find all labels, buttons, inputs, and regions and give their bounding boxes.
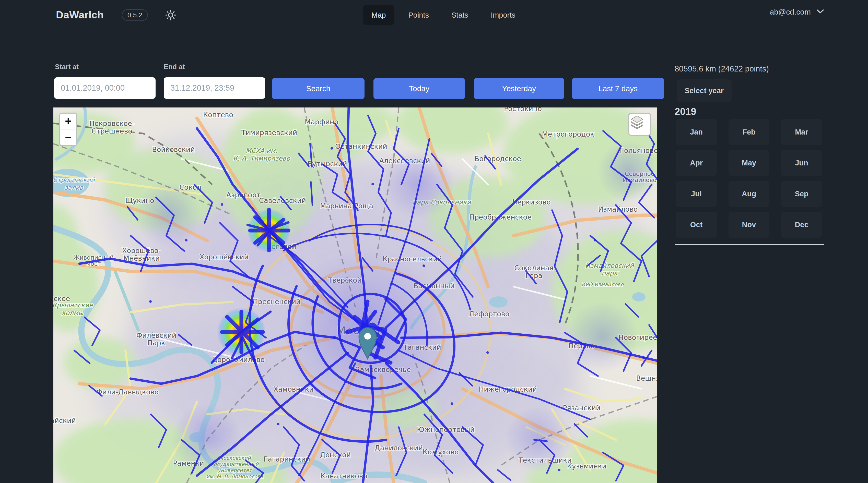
month-button-jun[interactable]: Jun [781,150,822,176]
month-button-aug[interactable]: Aug [728,181,769,207]
month-button-nov[interactable]: Nov [728,212,769,238]
select-year-button[interactable]: Select year [677,79,732,102]
panel-divider [675,244,824,245]
zoom-control: + − [59,112,77,146]
map-tiles: КоптевоПокровское-СтрешневоТимирязевский… [53,107,657,483]
map-label: КиО Измайлово [582,281,624,287]
tab-stats[interactable]: Stats [443,5,477,25]
map-label: Вешняки [636,374,657,382]
month-button-jan[interactable]: Jan [676,119,717,145]
theme-toggle-button[interactable] [163,8,177,23]
map-label: Ростокино [504,107,542,112]
map-label: тское [53,295,70,302]
chevron-down-icon [816,9,824,15]
map-canvas[interactable]: КоптевоПокровское-СтрешневоТимирязевский… [53,107,657,483]
month-button-jul[interactable]: Jul [676,181,717,207]
map-label: Покровское-Стрешнево [89,120,135,135]
year-heading: 2019 [675,106,696,117]
app-logo[interactable]: DaWarIch [56,9,104,21]
zoom-in-button[interactable]: + [60,114,76,129]
map-label: Войковский [152,146,195,154]
tab-imports[interactable]: Imports [482,5,524,25]
dawarich-app: DaWarIch 0.5.2 MapPointsStatsImports ab@… [0,0,868,483]
zoom-out-button[interactable]: − [60,129,76,145]
last-7-days-button[interactable]: Last 7 days [572,78,664,99]
today-button[interactable]: Today [373,78,465,99]
map-label: Коптево [203,111,233,119]
month-button-oct[interactable]: Oct [676,212,717,238]
tab-points[interactable]: Points [400,5,438,25]
sun-icon [164,18,177,22]
map-label: айский [53,417,76,424]
tab-map[interactable]: Map [363,5,394,25]
navbar: DaWarIch 0.5.2 MapPointsStatsImports ab@… [0,0,868,30]
start-at-input[interactable] [54,77,156,99]
end-at-label: End at [164,63,185,71]
month-button-sep[interactable]: Sep [781,181,822,207]
version-badge: 0.5.2 [122,9,148,21]
search-button[interactable]: Search [272,78,365,99]
account-menu[interactable]: ab@cd.com [770,8,824,17]
map-label: Метрогородок [542,130,594,138]
layers-control[interactable] [628,113,651,136]
distance-stats: 80595.6 km (24622 points) [675,64,769,73]
month-button-mar[interactable]: Mar [781,119,822,145]
month-button-dec[interactable]: Dec [781,212,822,238]
yesterday-button[interactable]: Yesterday [474,78,564,99]
map-label: Кузьминки [567,462,607,470]
month-grid: JanFebMarAprMayJunJulAugSepOctNovDec [676,119,824,238]
map-label: Богородское [475,155,521,163]
main-nav: MapPointsStatsImports [363,5,524,25]
map-label: Хорошёво-Мнёвники [122,247,161,262]
month-button-feb[interactable]: Feb [728,119,769,145]
map-label: Фили-Давыдково [96,388,159,396]
account-email: ab@cd.com [770,8,811,17]
month-button-may[interactable]: May [728,150,769,176]
month-button-apr[interactable]: Apr [676,150,717,176]
end-at-input[interactable] [164,77,265,99]
start-at-label: Start at [55,63,79,71]
